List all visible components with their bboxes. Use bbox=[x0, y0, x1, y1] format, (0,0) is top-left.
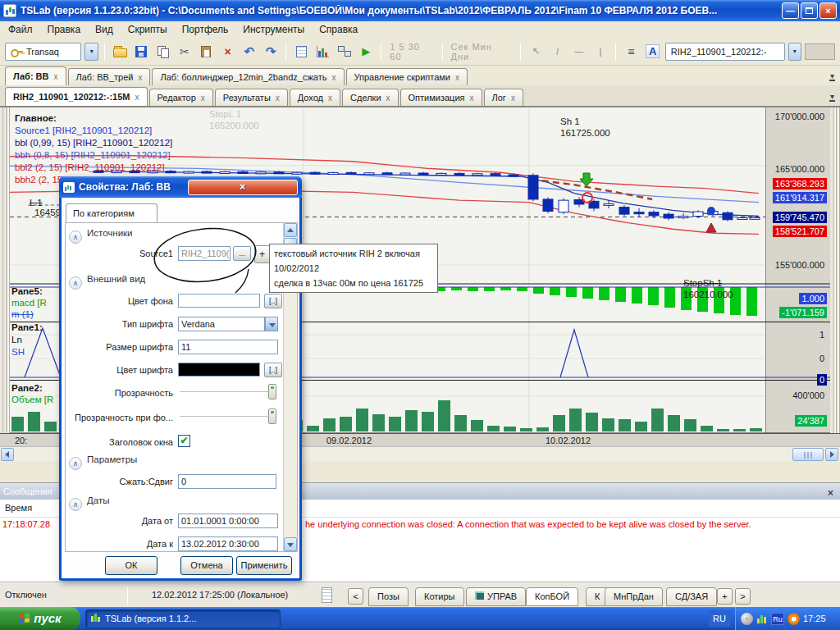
menu-file[interactable]: Файл bbox=[8, 24, 33, 35]
menu-view[interactable]: Вид bbox=[95, 24, 113, 35]
timeunit-buttons[interactable]: Сек Мин Дни bbox=[449, 42, 515, 62]
source1-field[interactable]: RIH2_1109( bbox=[178, 246, 231, 261]
text-button[interactable]: A bbox=[644, 42, 662, 62]
collapse-icon[interactable]: ∧ bbox=[69, 231, 82, 244]
tab-overflow-icon[interactable]: ▾ bbox=[829, 94, 835, 102]
font-color-button[interactable]: [..] bbox=[264, 363, 282, 377]
source1-browse-button[interactable]: ... bbox=[233, 246, 251, 261]
timeframe-buttons[interactable]: 1 5 30 60 bbox=[387, 42, 436, 62]
copy-button[interactable] bbox=[154, 42, 172, 62]
font-type-combo[interactable]: Verdana bbox=[178, 317, 265, 331]
tab-optimization[interactable]: Оптимизацияx bbox=[400, 89, 482, 106]
font-color-swatch[interactable] bbox=[178, 363, 260, 377]
collapse-icon[interactable]: ∧ bbox=[69, 498, 82, 511]
scroll-left-button[interactable] bbox=[1, 448, 14, 461]
transaq-dropdown-button[interactable]: ▾ bbox=[84, 43, 98, 61]
restore-button[interactable] bbox=[801, 2, 818, 19]
scroll-thumb[interactable] bbox=[792, 448, 824, 461]
bg-color-button[interactable]: [..] bbox=[264, 294, 282, 308]
flow-button[interactable] bbox=[336, 42, 354, 62]
page-tab-sdzaya[interactable]: СД/ЗАЯ bbox=[666, 587, 717, 606]
cursor-tool-button[interactable]: ↖ bbox=[527, 42, 545, 62]
scroll-down-button[interactable] bbox=[284, 537, 297, 551]
delete-button[interactable]: × bbox=[218, 42, 236, 62]
menu-help[interactable]: Справка bbox=[319, 24, 358, 35]
menu-portfolio[interactable]: Портфель bbox=[182, 24, 229, 35]
cancel-button[interactable]: Отмена bbox=[180, 556, 233, 575]
menu-tools[interactable]: Инструменты bbox=[243, 24, 304, 35]
minimize-button[interactable]: — bbox=[782, 2, 799, 19]
dialog-close-button[interactable]: × bbox=[188, 180, 299, 195]
tab-lab-bb[interactable]: Лаб: BBx bbox=[5, 66, 66, 85]
prev-page-button[interactable]: < bbox=[348, 588, 363, 605]
font-size-field[interactable]: 11 bbox=[178, 340, 278, 354]
tab-close-icon[interactable]: x bbox=[276, 94, 280, 103]
tab-close-icon[interactable]: x bbox=[135, 93, 139, 102]
transaq-combo[interactable]: Transaq bbox=[5, 43, 81, 61]
slider-thumb[interactable] bbox=[268, 384, 276, 399]
vline-tool-button[interactable]: | bbox=[591, 42, 609, 62]
tab-bollinger[interactable]: Лаб: боллинджер_12min_2bandz_сжатьx bbox=[152, 68, 344, 85]
cut-button[interactable]: ✂ bbox=[176, 42, 194, 62]
instrument-combo[interactable]: RIH2_110901_120212:- bbox=[665, 43, 785, 61]
tab-chart-view[interactable]: RIH2_110901_120212:-:15Mx bbox=[5, 87, 148, 106]
undo-button[interactable]: ↶ bbox=[240, 42, 258, 62]
tab-script-manager[interactable]: Управление скриптамиx bbox=[346, 68, 468, 85]
source-add-button[interactable]: + bbox=[254, 245, 270, 263]
tab-close-icon[interactable]: x bbox=[455, 73, 459, 82]
collapse-icon[interactable]: ∧ bbox=[69, 457, 82, 470]
run-button[interactable]: ▶ bbox=[357, 42, 375, 62]
tab-close-icon[interactable]: x bbox=[328, 94, 332, 103]
notes-icon[interactable] bbox=[322, 587, 332, 603]
page-tab-uprav[interactable]: УПРАВ bbox=[466, 587, 526, 606]
hline-tool-button[interactable]: — bbox=[570, 42, 588, 62]
slider-thumb[interactable] bbox=[268, 409, 276, 424]
opacity-slider[interactable] bbox=[180, 384, 276, 400]
tray-language-icon[interactable]: Ru bbox=[771, 613, 784, 625]
tab-close-icon[interactable]: x bbox=[54, 72, 58, 81]
tab-close-icon[interactable]: x bbox=[201, 94, 205, 103]
compress-field[interactable]: 0 bbox=[178, 474, 276, 489]
apply-button[interactable]: Применить bbox=[236, 556, 292, 575]
add-page-button[interactable]: + bbox=[717, 588, 733, 605]
table-button[interactable] bbox=[292, 42, 310, 62]
tab-log[interactable]: Логx bbox=[484, 89, 523, 106]
close-button[interactable]: × bbox=[819, 2, 837, 19]
paste-button[interactable] bbox=[197, 42, 215, 62]
menu-scripts[interactable]: Скрипты bbox=[128, 24, 167, 35]
bg-color-swatch[interactable] bbox=[178, 294, 260, 308]
language-indicator[interactable]: RU bbox=[709, 610, 730, 627]
start-button[interactable]: пуск bbox=[0, 607, 80, 630]
font-type-dropdown[interactable] bbox=[265, 317, 278, 331]
taskbar-task-tslab[interactable]: TSLab (версия 1.1.2... bbox=[85, 609, 281, 628]
dialog-tab-categories[interactable]: По категориям bbox=[66, 203, 158, 222]
page-tab-kopboy[interactable]: КопБОЙ bbox=[526, 587, 578, 606]
instrument-dropdown-button[interactable]: ▾ bbox=[788, 43, 802, 61]
window-title-checkbox[interactable]: ✔ bbox=[178, 435, 190, 447]
line-tool-button[interactable]: / bbox=[548, 42, 566, 62]
tab-close-icon[interactable]: x bbox=[511, 94, 515, 103]
messages-close-button[interactable]: × bbox=[828, 485, 833, 501]
menu-edit[interactable]: Правка bbox=[48, 24, 81, 35]
tab-trades[interactable]: Сделкиx bbox=[342, 89, 399, 106]
save-button[interactable] bbox=[132, 42, 150, 62]
page-tab-mnprdan[interactable]: МнПрДан bbox=[605, 587, 663, 606]
next-page-button[interactable]: > bbox=[735, 588, 751, 605]
page-tab-pozy[interactable]: Позы bbox=[368, 587, 409, 606]
tab-close-icon[interactable]: x bbox=[386, 94, 390, 103]
tray-clock-icon[interactable]: ‹ bbox=[741, 613, 753, 625]
date-to-field[interactable]: 13.02.2012 0:30:00 bbox=[178, 536, 278, 551]
tab-close-icon[interactable]: x bbox=[470, 94, 474, 103]
tab-overflow-icon[interactable]: ▾ bbox=[829, 73, 835, 81]
levels-button[interactable]: ≡ bbox=[622, 42, 640, 62]
page-tab-kotiry[interactable]: Котиры bbox=[415, 587, 464, 606]
dialog-title-bar[interactable]: Свойства: Лаб: BB × bbox=[59, 176, 302, 198]
tab-lab-bb-trey[interactable]: Лаб: BB_трейx bbox=[68, 68, 151, 85]
date-from-field[interactable]: 01.01.0001 0:00:00 bbox=[178, 514, 278, 528]
ok-button[interactable]: ОК bbox=[105, 556, 158, 575]
redo-button[interactable]: ↷ bbox=[262, 42, 280, 62]
collapse-icon[interactable]: ∧ bbox=[69, 276, 82, 290]
tab-editor[interactable]: Редакторx bbox=[149, 89, 213, 106]
scroll-right-button[interactable] bbox=[825, 448, 838, 461]
tab-income[interactable]: Доходx bbox=[290, 89, 340, 106]
